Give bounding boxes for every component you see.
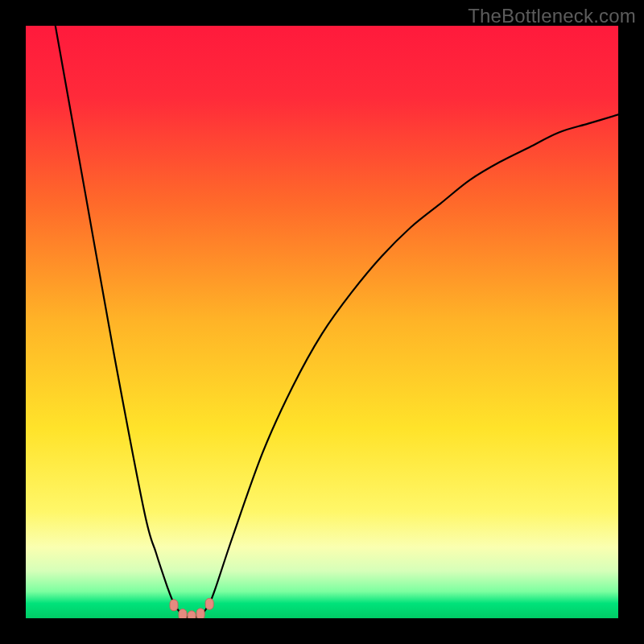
- curve-marker: [196, 609, 204, 618]
- bottleneck-curve: [56, 26, 618, 618]
- curve-marker: [179, 609, 187, 618]
- curve-marker: [170, 600, 178, 611]
- curve-marker: [205, 598, 213, 609]
- chart-plot-area: [26, 26, 618, 618]
- chart-frame: TheBottleneck.com: [0, 0, 644, 644]
- curve-marker: [188, 611, 196, 618]
- chart-svg: [26, 26, 618, 618]
- watermark-text: TheBottleneck.com: [468, 5, 636, 27]
- curve-markers-group: [170, 598, 213, 618]
